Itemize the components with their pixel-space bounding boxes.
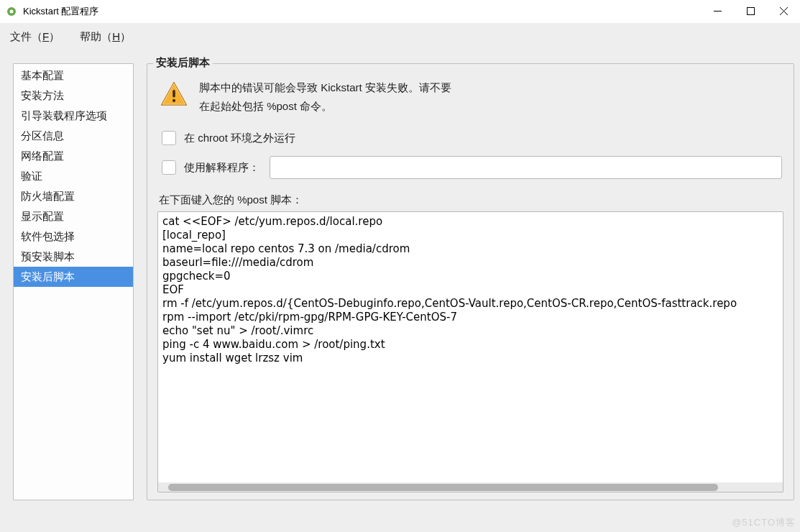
sidebar-item-pre-script[interactable]: 预安装脚本 bbox=[14, 247, 133, 267]
sidebar-item-label: 安装方法 bbox=[21, 89, 64, 101]
svg-point-4 bbox=[173, 99, 175, 102]
chroot-checkbox[interactable] bbox=[162, 131, 176, 145]
sidebar-item-display[interactable]: 显示配置 bbox=[14, 206, 133, 226]
menu-file[interactable]: 文件（F） bbox=[10, 30, 60, 44]
warning-text: 脚本中的错误可能会导致 Kickstart 安装失败。请不要 在起始处包括 %p… bbox=[199, 78, 451, 116]
content-panel: 安装后脚本 脚本中的错误可能会导致 Kickstart 安装失败。请不要 在起始… bbox=[147, 63, 800, 500]
post-script-group: 安装后脚本 脚本中的错误可能会导致 Kickstart 安装失败。请不要 在起始… bbox=[147, 63, 794, 500]
chroot-row: 在 chroot 环境之外运行 bbox=[157, 124, 783, 152]
interpreter-checkbox[interactable] bbox=[162, 160, 176, 175]
horizontal-scrollbar[interactable] bbox=[157, 482, 783, 492]
sidebar-item-network[interactable]: 网络配置 bbox=[14, 146, 133, 166]
sidebar-item-label: 安装后脚本 bbox=[21, 270, 75, 283]
maximize-button[interactable] bbox=[734, 1, 767, 22]
warning-row: 脚本中的错误可能会导致 Kickstart 安装失败。请不要 在起始处包括 %p… bbox=[157, 75, 783, 124]
sidebar-item-label: 基本配置 bbox=[21, 69, 64, 81]
warning-line2: 在起始处包括 %post 命令。 bbox=[199, 97, 451, 116]
warning-icon bbox=[159, 80, 189, 110]
svg-point-1 bbox=[10, 9, 14, 13]
menu-help[interactable]: 帮助（H） bbox=[80, 30, 131, 44]
minimize-button[interactable] bbox=[701, 1, 734, 22]
sidebar-item-install-method[interactable]: 安装方法 bbox=[14, 86, 133, 106]
svg-rect-2 bbox=[747, 8, 754, 15]
window-title: Kickstart 配置程序 bbox=[23, 5, 98, 18]
svg-rect-3 bbox=[173, 90, 175, 98]
sidebar-item-label: 网络配置 bbox=[21, 150, 64, 162]
sidebar-item-packages[interactable]: 软件包选择 bbox=[14, 226, 133, 247]
group-legend: 安装后脚本 bbox=[153, 56, 213, 70]
close-button[interactable] bbox=[767, 1, 800, 22]
sidebar-item-label: 软件包选择 bbox=[21, 230, 75, 242]
sidebar-item-label: 防火墙配置 bbox=[21, 190, 75, 202]
main-layout: 基本配置 安装方法 引导装载程序选项 分区信息 网络配置 验证 防火墙配置 显示… bbox=[0, 50, 800, 532]
chroot-label: 在 chroot 环境之外运行 bbox=[184, 132, 295, 145]
title-bar: Kickstart 配置程序 bbox=[0, 0, 800, 23]
post-script-textarea[interactable] bbox=[157, 211, 783, 482]
sidebar-item-auth[interactable]: 验证 bbox=[14, 166, 133, 186]
script-wrap bbox=[157, 211, 783, 492]
app-icon bbox=[6, 6, 17, 17]
client-area: 文件（F） 帮助（H） 基本配置 安装方法 引导装载程序选项 分区信息 网络配置… bbox=[0, 23, 800, 532]
sidebar: 基本配置 安装方法 引导装载程序选项 分区信息 网络配置 验证 防火墙配置 显示… bbox=[13, 63, 134, 500]
sidebar-item-partition[interactable]: 分区信息 bbox=[14, 126, 133, 146]
sidebar-item-label: 引导装载程序选项 bbox=[21, 109, 107, 121]
sidebar-item-bootloader[interactable]: 引导装载程序选项 bbox=[14, 106, 133, 126]
interpreter-label: 使用解释程序： bbox=[184, 161, 259, 175]
sidebar-item-post-script[interactable]: 安装后脚本 bbox=[14, 267, 133, 287]
menu-bar: 文件（F） 帮助（H） bbox=[0, 23, 800, 50]
interpreter-row: 使用解释程序： bbox=[157, 152, 783, 183]
warning-line1: 脚本中的错误可能会导致 Kickstart 安装失败。请不要 bbox=[199, 78, 451, 97]
interpreter-input[interactable] bbox=[270, 156, 782, 179]
script-prompt: 在下面键入您的 %post 脚本： bbox=[157, 183, 783, 211]
sidebar-item-label: 验证 bbox=[21, 170, 42, 182]
scrollbar-thumb[interactable] bbox=[168, 484, 718, 491]
sidebar-item-label: 显示配置 bbox=[21, 210, 64, 222]
sidebar-item-label: 分区信息 bbox=[21, 129, 64, 142]
watermark: @51CTO博客 bbox=[732, 516, 796, 529]
sidebar-item-firewall[interactable]: 防火墙配置 bbox=[14, 186, 133, 206]
sidebar-item-label: 预安装脚本 bbox=[21, 250, 75, 262]
sidebar-item-basic[interactable]: 基本配置 bbox=[14, 65, 133, 86]
